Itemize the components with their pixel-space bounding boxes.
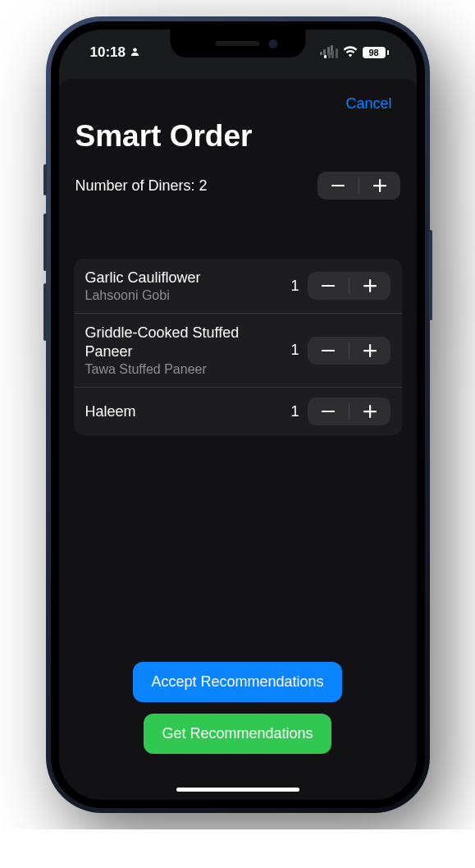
status-time: 10:18 (90, 44, 126, 61)
svg-rect-12 (363, 411, 377, 412)
item-minus-button[interactable] (308, 397, 349, 425)
battery-level: 98 (368, 48, 378, 57)
item-plus-button[interactable] (349, 397, 391, 425)
item-stepper[interactable] (308, 397, 391, 425)
diners-plus-button[interactable] (359, 172, 400, 200)
notch (170, 30, 305, 57)
svg-rect-4 (322, 285, 335, 287)
volume-down-button (43, 283, 47, 341)
get-recommendations-button[interactable]: Get Recommendations (144, 714, 331, 754)
page-title: Smart Order (74, 117, 402, 168)
user-icon (130, 47, 139, 59)
item-subtitle: Tawa Stuffed Paneer (85, 362, 285, 377)
item-title: Griddle-Cooked Stuffed Paneer (85, 324, 285, 361)
list-item: Garlic Cauliflower Lahsooni Gobi 1 (74, 259, 402, 314)
device-frame: 10:18 98 (46, 16, 430, 813)
plus-icon (363, 405, 377, 418)
item-minus-button[interactable] (308, 272, 349, 300)
item-plus-button[interactable] (349, 272, 391, 300)
phone-screen: 10:18 98 (59, 30, 417, 800)
item-subtitle: Lahsooni Gobi (85, 288, 285, 303)
svg-rect-10 (322, 411, 335, 412)
item-minus-button[interactable] (308, 337, 349, 365)
item-plus-button[interactable] (349, 337, 391, 365)
item-qty: 1 (290, 278, 299, 295)
svg-rect-9 (363, 350, 377, 351)
svg-rect-6 (363, 285, 377, 287)
battery-indicator: 98 (363, 47, 389, 58)
wifi-icon (343, 44, 358, 61)
recommendations-list: Garlic Cauliflower Lahsooni Gobi 1 Gridd (74, 259, 402, 435)
minus-icon (331, 185, 345, 186)
svg-point-0 (133, 48, 137, 52)
minus-icon (322, 285, 335, 287)
speaker-grille (216, 41, 260, 46)
diners-minus-button[interactable] (317, 172, 359, 200)
item-title: Haleem (85, 402, 285, 421)
list-item: Haleem 1 (74, 388, 402, 435)
plus-icon (363, 344, 377, 357)
home-indicator[interactable] (176, 788, 299, 792)
minus-icon (322, 350, 335, 351)
cellular-signal-icon (322, 47, 338, 58)
item-stepper[interactable] (308, 337, 391, 365)
power-button (429, 230, 432, 320)
accept-recommendations-button[interactable]: Accept Recommendations (133, 662, 341, 702)
bottom-actions: Accept Recommendations Get Recommendatio… (74, 662, 402, 800)
plus-icon (373, 179, 386, 192)
modal-sheet: Cancel Smart Order Number of Diners: 2 (59, 79, 417, 800)
svg-rect-3 (373, 185, 386, 186)
volume-up-button (43, 214, 47, 271)
list-item: Griddle-Cooked Stuffed Paneer Tawa Stuff… (74, 314, 402, 388)
minus-icon (322, 411, 335, 412)
cancel-button[interactable]: Cancel (345, 95, 391, 113)
diners-label: Number of Diners: 2 (75, 177, 208, 195)
mute-switch (43, 164, 47, 195)
plus-icon (363, 279, 377, 292)
item-title: Garlic Cauliflower (85, 269, 285, 287)
diners-stepper[interactable] (317, 172, 400, 200)
item-stepper[interactable] (308, 272, 391, 300)
diners-row: Number of Diners: 2 (74, 168, 402, 208)
item-qty: 1 (290, 342, 299, 359)
item-qty: 1 (290, 403, 299, 420)
front-camera (268, 39, 277, 48)
svg-rect-1 (331, 185, 345, 186)
svg-rect-7 (322, 350, 335, 351)
